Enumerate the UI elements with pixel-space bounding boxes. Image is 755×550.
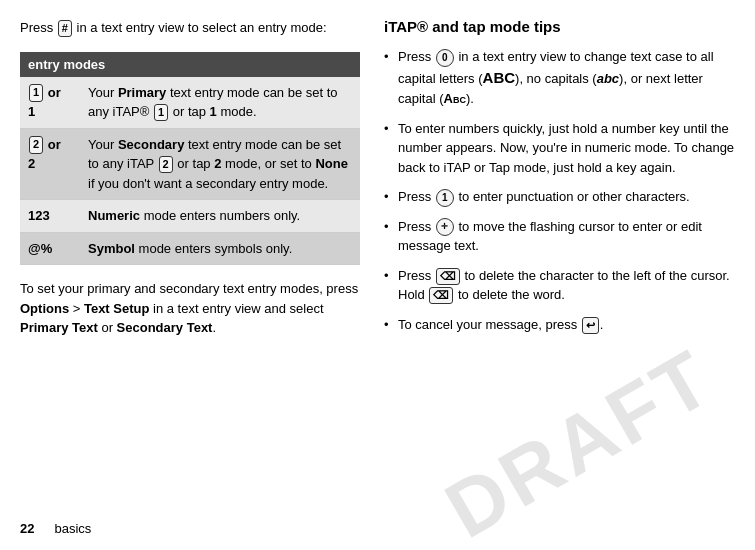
table-cell-key: 123 xyxy=(20,200,80,233)
right-column: iTAP® and tap mode tips Press 0 in a tex… xyxy=(384,18,735,510)
table-cell-key: @% xyxy=(20,232,80,265)
table-row: 1 or 1 Your Primary text entry mode can … xyxy=(20,77,360,129)
list-item: Press 1 to enter punctuation or other ch… xyxy=(384,187,735,207)
all-caps-example: ABC xyxy=(483,69,516,86)
list-item: Press ⌫ to delete the character to the l… xyxy=(384,266,735,305)
numeric-key: 123 xyxy=(28,208,50,223)
itap-key-1: 1 xyxy=(154,104,168,121)
key-0-icon: 0 xyxy=(436,49,454,67)
table-header: entry modes xyxy=(20,52,360,77)
text-setup-text: Text Setup xyxy=(84,301,150,316)
table-cell-desc: Symbol mode enters symbols only. xyxy=(80,232,360,265)
page-number: 22 xyxy=(20,521,34,536)
key-1-bold: 1 xyxy=(28,104,35,119)
table-cell-desc: Your Secondary text entry mode can be se… xyxy=(80,128,360,200)
entry-modes-table: entry modes 1 or 1 Your Primary text ent… xyxy=(20,52,360,266)
page-footer: 22 basics xyxy=(20,521,91,536)
page-category: basics xyxy=(54,521,91,536)
bullet-list: Press 0 in a text entry view to change t… xyxy=(384,47,735,334)
delete-key-icon-2: ⌫ xyxy=(429,287,453,304)
table-cell-desc: Your Primary text entry mode can be set … xyxy=(80,77,360,129)
table-cell-desc: Numeric mode enters numbers only. xyxy=(80,200,360,233)
nav-key-icon: ✛ xyxy=(436,218,454,236)
list-item: Press 0 in a text entry view to change t… xyxy=(384,47,735,109)
tap-1: 1 xyxy=(210,104,217,119)
primary-label: Primary xyxy=(118,85,166,100)
footer-paragraph: To set your primary and secondary text e… xyxy=(20,279,360,338)
key-2-bold: 2 xyxy=(28,156,35,171)
section-title: iTAP® and tap mode tips xyxy=(384,18,735,35)
page-container: Press # in a text entry view to select a… xyxy=(0,0,755,550)
itap-key-2: 2 xyxy=(159,156,173,173)
tap-2: 2 xyxy=(214,156,221,171)
numeric-mode-label: Numeric xyxy=(88,208,140,223)
left-column: Press # in a text entry view to select a… xyxy=(20,18,360,510)
delete-key-icon: ⌫ xyxy=(436,268,460,285)
table-row: 123 Numeric mode enters numbers only. xyxy=(20,200,360,233)
hash-key-icon: # xyxy=(58,20,72,37)
key-1-box: 1 xyxy=(29,84,43,101)
none-label: None xyxy=(315,156,348,171)
no-caps-example: abc xyxy=(597,71,619,86)
primary-text-label: Primary Text xyxy=(20,320,98,335)
options-text: Options xyxy=(20,301,69,316)
list-item: To cancel your message, press ↩. xyxy=(384,315,735,335)
symbol-key: @% xyxy=(28,241,52,256)
cancel-key-icon: ↩ xyxy=(582,317,599,334)
table-row: @% Symbol mode enters symbols only. xyxy=(20,232,360,265)
list-item: To enter numbers quickly, just hold a nu… xyxy=(384,119,735,178)
next-cap-example: Abc xyxy=(444,91,466,106)
table-cell-key: 2 or 2 xyxy=(20,128,80,200)
key-2-box: 2 xyxy=(29,136,43,153)
table-row: 2 or 2 Your Secondary text entry mode ca… xyxy=(20,128,360,200)
list-item: Press ✛ to move the flashing cursor to e… xyxy=(384,217,735,256)
key-1-punct-icon: 1 xyxy=(436,189,454,207)
secondary-text-label: Secondary Text xyxy=(117,320,213,335)
secondary-label: Secondary xyxy=(118,137,184,152)
symbol-mode-label: Symbol xyxy=(88,241,135,256)
intro-paragraph: Press # in a text entry view to select a… xyxy=(20,18,360,38)
table-cell-key: 1 or 1 xyxy=(20,77,80,129)
